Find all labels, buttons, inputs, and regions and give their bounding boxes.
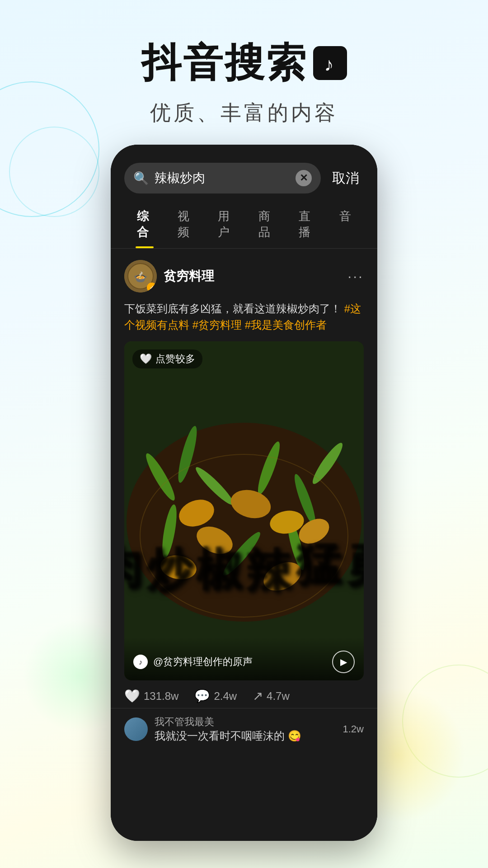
search-tabs: 综合 视频 用户 商品 直播 音: [111, 200, 377, 249]
tab-直播[interactable]: 直播: [286, 200, 327, 248]
post-header: 🍲 ✓ 贫穷料理 ···: [124, 260, 364, 292]
comments-count[interactable]: 💬 2.4w: [194, 689, 237, 703]
share-icon: ↗: [253, 689, 263, 703]
app-title: 抖音搜索 ♪: [0, 36, 488, 90]
post-description: 下饭菜到底有多凶猛，就看这道辣椒炒肉了！ #这个视频有点料 #贫穷料理 #我是美…: [124, 301, 364, 333]
comment-count: 1.2w: [343, 723, 364, 735]
comment-preview: 我不管我最美 我就没一次看时不咽唾沫的 😋 1.2w: [111, 708, 377, 750]
post-user-info[interactable]: 🍲 ✓ 贫穷料理: [124, 260, 214, 292]
tab-音[interactable]: 音: [327, 200, 364, 248]
comment-username: 我不管我最美: [155, 715, 336, 729]
video-thumbnail[interactable]: 🤍 点赞较多 勇猛辣椒炒肉: [124, 341, 364, 680]
video-big-text: 勇猛辣椒炒肉: [124, 509, 364, 513]
header: 抖音搜索 ♪ 优质、丰富的内容: [0, 0, 488, 127]
heart-icon: 🤍: [124, 689, 140, 703]
video-bottom-bar: ♪ @贫穷料理创作的原声 ▶: [124, 637, 364, 680]
phone-frame: 🔍 辣椒炒肉 ✕ 取消 综合 视频 用户 商品: [111, 145, 377, 841]
comment-emoji: 😋: [288, 730, 301, 742]
tiktok-logo-icon: ♪: [313, 46, 347, 80]
comment-content: 我不管我最美 我就没一次看时不咽唾沫的 😋: [155, 715, 336, 743]
post-card: 🍲 ✓ 贫穷料理 ··· 下饭菜到底有多凶猛，就看这道辣椒炒肉了！: [111, 249, 377, 708]
search-results: 🍲 ✓ 贫穷料理 ··· 下饭菜到底有多凶猛，就看这道辣椒炒肉了！: [111, 249, 377, 841]
video-source-text: @贫穷料理创作的原声: [153, 655, 327, 669]
comment-avatar: [124, 717, 148, 741]
engagement-bar: 🤍 131.8w 💬 2.4w ↗ 4.7w: [124, 680, 364, 708]
avatar: 🍲 ✓: [124, 260, 157, 292]
play-button[interactable]: ▶: [332, 651, 355, 673]
svg-text:🍲: 🍲: [134, 270, 147, 283]
cancel-search-button[interactable]: 取消: [328, 169, 364, 188]
more-options-button[interactable]: ···: [347, 268, 364, 285]
svg-text:♪: ♪: [324, 54, 335, 75]
comment-icon: 💬: [194, 689, 210, 703]
shares-count[interactable]: ↗ 4.7w: [253, 689, 290, 703]
likes-count[interactable]: 🤍 131.8w: [124, 689, 178, 703]
phone-screen: 🔍 辣椒炒肉 ✕ 取消 综合 视频 用户 商品: [111, 145, 377, 841]
video-text-overlay: 勇猛辣椒炒肉: [124, 341, 364, 680]
tab-视频[interactable]: 视频: [165, 200, 206, 248]
comment-text: 我就没一次看时不咽唾沫的 😋: [155, 729, 336, 743]
tiktok-small-icon: ♪: [133, 655, 148, 669]
tab-用户[interactable]: 用户: [205, 200, 246, 248]
tab-综合[interactable]: 综合: [124, 200, 165, 248]
app-subtitle: 优质、丰富的内容: [0, 99, 488, 127]
phone-mockup: 🔍 辣椒炒肉 ✕ 取消 综合 视频 用户 商品: [111, 145, 377, 841]
search-icon: 🔍: [133, 171, 149, 186]
search-bar-area: 🔍 辣椒炒肉 ✕ 取消: [111, 145, 377, 200]
username: 贫穷料理: [164, 268, 214, 285]
search-box[interactable]: 🔍 辣椒炒肉 ✕: [124, 163, 321, 193]
tab-商品[interactable]: 商品: [246, 200, 286, 248]
search-input[interactable]: 辣椒炒肉: [155, 170, 290, 187]
verified-badge: ✓: [147, 283, 157, 292]
svg-text:♪: ♪: [139, 658, 142, 666]
bg-decoration-circle-2: [9, 127, 99, 217]
clear-search-button[interactable]: ✕: [296, 170, 312, 186]
